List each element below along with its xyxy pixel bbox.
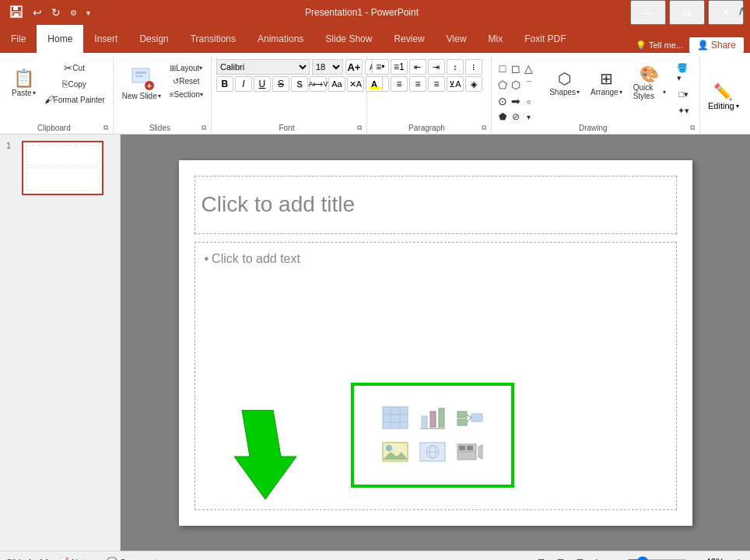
format-painter-button[interactable]: 🖌 Format Painter [41,93,108,107]
decrease-indent-button[interactable]: ⇤ [409,59,426,75]
minimize-button[interactable]: — [630,0,666,25]
quick-styles-button[interactable]: 🎨 Quick Styles ▾ [629,59,670,106]
drawing-expand-icon[interactable]: ⧉ [690,124,695,132]
convert-smartart-button[interactable]: ◈ [465,76,482,92]
slide-sorter-button[interactable]: ⊞ [554,555,567,560]
insert-smartart-icon[interactable] [454,403,486,432]
shape-effects-button[interactable]: ✦▾ [673,103,695,118]
clipboard-expand-icon[interactable]: ⧉ [103,124,108,132]
underline-button[interactable]: U [254,76,271,92]
paste-dropdown-icon[interactable]: ▾ [33,89,36,96]
zoom-out-button[interactable]: − [612,556,622,561]
align-center-button[interactable]: ≡ [391,76,408,92]
slide-title-placeholder[interactable]: Click to add title [195,176,677,234]
editing-dropdown-icon[interactable]: ▾ [736,103,739,110]
zoom-slider[interactable] [626,556,689,561]
customize-qat-button[interactable]: ▾ [83,7,93,19]
normal-view-button[interactable]: ⊡ [534,555,548,560]
strikethrough-button[interactable]: S [272,76,289,92]
save-button[interactable] [6,3,26,23]
paragraph-expand-icon[interactable]: ⧉ [482,124,486,132]
reset-button[interactable]: ↺ Reset [166,75,206,87]
insert-picture-icon[interactable] [379,437,412,467]
bullets-button[interactable]: ≡• [372,59,389,75]
shape-item-10[interactable]: ⬟ [496,110,509,124]
section-button[interactable]: ≡ Section ▾ [166,89,206,100]
shape-item-7[interactable]: ⊙ [496,93,509,109]
tab-mix[interactable]: Mix [478,25,514,53]
shape-item-6[interactable]: ⌒ [523,77,535,93]
editing-button[interactable]: ✏️ Editing ▾ [700,81,747,112]
char-spacing-button[interactable]: A⟷V [310,76,327,92]
tab-transitions[interactable]: Transitions [180,25,247,53]
tab-file[interactable]: File [0,25,37,53]
slides-expand-icon[interactable]: ⧉ [202,124,206,132]
reading-view-button[interactable]: ⊟ [573,555,587,560]
layout-dropdown[interactable]: ▾ [199,65,202,72]
tab-insert[interactable]: Insert [83,25,128,53]
shapes-dropdown[interactable]: ▾ [577,89,580,96]
copy-button[interactable]: ⎘ Copy [41,77,108,91]
tab-view[interactable]: View [436,25,478,53]
shape-fill-button[interactable]: 🪣▾ [673,61,695,86]
tab-home[interactable]: Home [37,25,83,53]
insert-chart-icon[interactable] [416,403,449,432]
fit-to-window-button[interactable]: ⤢ [731,555,744,560]
italic-button[interactable]: I [235,76,252,92]
paste-button[interactable]: 📋 Paste ▾ [8,59,40,106]
bold-button[interactable]: B [216,76,233,92]
font-family-select[interactable]: Calibri [216,59,310,75]
slide-thumbnail-1[interactable]: 1 [6,141,114,195]
share-button[interactable]: 👤 Share [689,37,744,53]
text-shadow-button[interactable]: S [291,76,308,92]
font-color-button[interactable]: A [366,76,383,92]
collapse-ribbon-button[interactable]: ∧ [738,3,747,18]
section-dropdown[interactable]: ▾ [200,91,203,98]
shape-item-5[interactable]: ⬡ [510,77,522,93]
text-direction-button[interactable]: ⊻A [447,76,464,92]
increase-indent-button[interactable]: ⇥ [428,59,445,75]
slide-content-placeholder[interactable]: • Click to add text [195,242,677,510]
customize-button[interactable]: ⚙ [67,7,80,19]
tab-review[interactable]: Review [383,25,435,53]
slideshow-button[interactable]: ▶ [593,555,605,560]
shapes-button[interactable]: ⬡ Shapes ▾ [545,59,584,106]
align-right-button[interactable]: ≡ [409,76,426,92]
font-expand-icon[interactable]: ⧉ [357,124,362,132]
restore-button[interactable]: ⧉ [669,0,705,25]
slide-canvas[interactable]: Click to add title • Click to add text [179,160,692,526]
shape-item-3[interactable]: △ [523,61,535,76]
zoom-in-button[interactable]: + [692,556,703,561]
increase-font-button[interactable]: A+ [345,59,363,75]
slide-preview[interactable] [22,141,103,195]
font-size-select[interactable]: 18 [312,59,343,75]
columns-button[interactable]: ⫶ [465,59,482,75]
tell-me-button[interactable]: 💡 Tell me... [633,39,686,52]
tab-animations[interactable]: Animations [247,25,314,53]
undo-button[interactable]: ↩ [30,5,45,20]
shape-item-2[interactable]: ◻ [510,61,522,76]
new-slide-button[interactable]: + New Slide ▾ [118,59,165,106]
quick-styles-dropdown[interactable]: ▾ [663,89,666,96]
numbering-button[interactable]: ≡1 [391,59,408,75]
insert-video-icon[interactable] [454,437,486,467]
shape-item-8[interactable]: ➡ [510,93,522,109]
tab-design[interactable]: Design [128,25,179,53]
cut-button[interactable]: ✂ Cut [41,61,108,75]
insert-table-icon[interactable] [379,403,412,432]
arrange-dropdown[interactable]: ▾ [619,89,622,96]
shape-item-4[interactable]: ⬠ [496,77,509,93]
shape-item-11[interactable]: ⊘ [510,110,522,124]
insert-icons-box[interactable] [351,383,514,488]
comments-button[interactable]: 💬 Comments [103,555,164,560]
new-slide-dropdown[interactable]: ▾ [158,93,161,100]
insert-online-pictures-icon[interactable] [416,437,449,467]
arrange-button[interactable]: ⊞ Arrange ▾ [587,59,626,106]
redo-button[interactable]: ↻ [48,5,64,20]
shape-outline-button[interactable]: □▾ [673,87,695,102]
layout-button[interactable]: ⊞ Layout ▾ [166,62,206,74]
tab-slideshow[interactable]: Slide Show [314,25,383,53]
tab-foxitpdf[interactable]: Foxit PDF [513,25,577,53]
justify-button[interactable]: ≡ [428,76,445,92]
shape-item-12[interactable]: ▾ [523,110,535,124]
